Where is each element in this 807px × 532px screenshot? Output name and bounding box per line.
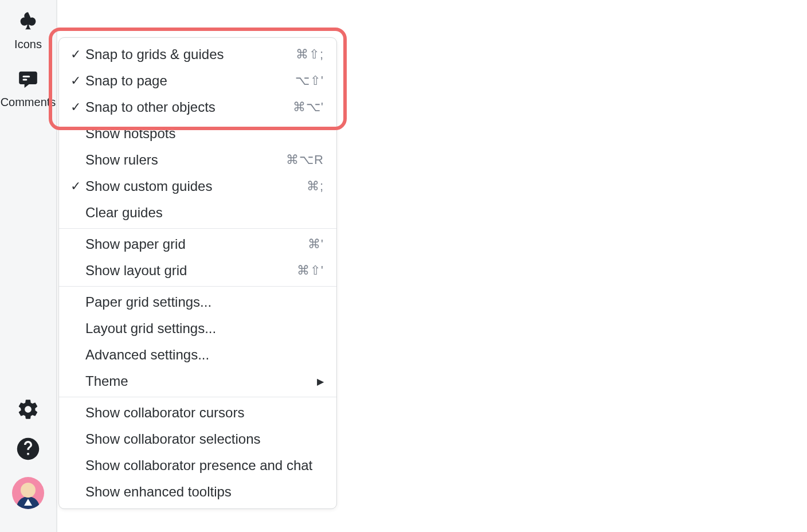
menu-item[interactable]: Show layout grid⌘⇧' <box>59 257 336 284</box>
submenu-arrow-icon: ▶ <box>317 376 324 387</box>
menu-divider <box>59 397 336 397</box>
svg-rect-0 <box>23 76 30 77</box>
menu-divider <box>59 228 336 229</box>
sidebar-item-label: Icons <box>14 38 42 51</box>
menu-item-shortcut: ⌥⇧' <box>295 73 324 88</box>
check-icon: ✓ <box>70 47 85 62</box>
gear-icon[interactable] <box>17 398 40 421</box>
check-icon: ✓ <box>70 73 85 88</box>
menu-item-label: Clear guides <box>85 205 324 221</box>
menu-item-shortcut: ⌘⌥R <box>286 152 324 167</box>
menu-item-label: Show hotspots <box>85 126 324 142</box>
menu-item[interactable]: Advanced settings... <box>59 342 336 368</box>
menu-item[interactable]: ✓Show custom guides⌘; <box>59 173 336 200</box>
menu-item-shortcut: ⌘⇧' <box>297 263 324 278</box>
menu-item[interactable]: ✓Snap to page⌥⇧' <box>59 68 336 94</box>
sidebar-bottom <box>12 398 44 532</box>
menu-item-label: Show paper grid <box>85 236 308 252</box>
sidebar-item-label: Comments <box>1 96 56 109</box>
menu-divider <box>59 286 336 287</box>
menu-item-label: Show enhanced tooltips <box>85 484 324 500</box>
menu-item[interactable]: Show collaborator selections <box>59 426 336 452</box>
menu-item-label: Show collaborator cursors <box>85 405 324 421</box>
menu-item[interactable]: Layout grid settings... <box>59 315 336 342</box>
menu-item[interactable]: Show enhanced tooltips <box>59 479 336 505</box>
menu-item-label: Paper grid settings... <box>85 294 324 310</box>
menu-item[interactable]: Show paper grid⌘' <box>59 231 336 257</box>
menu-item[interactable]: ✓Snap to other objects⌘⌥' <box>59 94 336 120</box>
menu-item[interactable]: Clear guides <box>59 200 336 226</box>
comment-icon <box>17 68 40 91</box>
menu-item[interactable]: Show collaborator cursors <box>59 400 336 426</box>
check-icon: ✓ <box>70 179 85 194</box>
menu-item-shortcut: ⌘' <box>308 237 324 252</box>
help-icon[interactable] <box>16 437 40 461</box>
sidebar-item-icons[interactable]: Icons <box>0 10 56 51</box>
avatar[interactable] <box>12 477 44 509</box>
menu-item-shortcut: ⌘⇧; <box>296 47 324 62</box>
menu-item-label: Show collaborator presence and chat <box>85 457 324 474</box>
menu-item-label: Snap to grids & guides <box>85 46 296 62</box>
menu-item-label: Snap to page <box>85 73 295 89</box>
menu-item-label: Show layout grid <box>85 263 297 279</box>
menu-item-label: Snap to other objects <box>85 99 293 115</box>
club-icon <box>17 10 40 33</box>
menu-item-label: Advanced settings... <box>85 347 324 363</box>
menu-item-label: Show custom guides <box>85 178 307 194</box>
menu-item[interactable]: Show collaborator presence and chat <box>59 452 336 479</box>
menu-item[interactable]: Theme▶ <box>59 368 336 394</box>
menu-item-shortcut: ⌘; <box>307 179 324 194</box>
sidebar-top: Icons Comments <box>0 0 56 126</box>
menu-item[interactable]: Paper grid settings... <box>59 289 336 315</box>
sidebar: Icons Comments <box>0 0 57 532</box>
menu-item-label: Show rulers <box>85 152 286 168</box>
context-menu: ✓Snap to grids & guides⌘⇧;✓Snap to page⌥… <box>58 37 337 509</box>
menu-item[interactable]: ✓Snap to grids & guides⌘⇧; <box>59 41 336 68</box>
menu-item-label: Layout grid settings... <box>85 320 324 337</box>
menu-item-shortcut: ⌘⌥' <box>293 100 324 115</box>
menu-item[interactable]: Show rulers⌘⌥R <box>59 147 336 173</box>
check-icon: ✓ <box>70 100 85 115</box>
menu-item-label: Theme <box>85 373 312 389</box>
sidebar-item-comments[interactable]: Comments <box>0 68 56 109</box>
menu-item[interactable]: Show hotspots <box>59 120 336 147</box>
menu-item-label: Show collaborator selections <box>85 431 324 447</box>
svg-rect-1 <box>23 79 28 80</box>
